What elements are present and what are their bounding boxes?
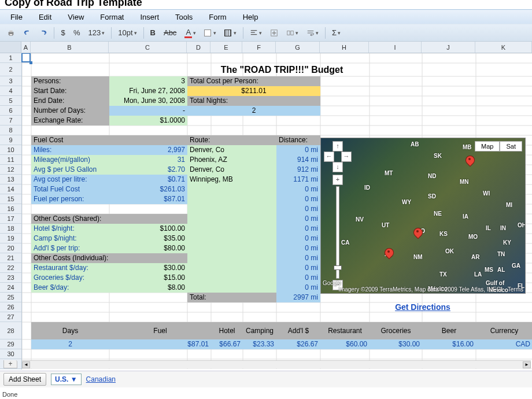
route-dist-15[interactable]: 0 mi	[276, 204, 320, 214]
map-pin[interactable]	[385, 248, 393, 261]
sum-v-1[interactable]: $87.01	[109, 339, 211, 349]
sum-h-7[interactable]: Beer	[422, 322, 476, 339]
map-type-btn_map[interactable]: Map	[475, 141, 500, 152]
lbl-nights[interactable]: Total Nights:	[187, 96, 320, 106]
map-ctrl[interactable]: ←	[324, 152, 334, 162]
col-header-e[interactable]: E	[210, 42, 242, 53]
val-end[interactable]: Mon, June 30, 2008	[109, 96, 187, 106]
route-dist-10[interactable]: 914 mi	[276, 155, 320, 165]
route-city-13[interactable]	[187, 184, 276, 194]
row-header-12[interactable]: 12	[0, 165, 21, 175]
route-city-12[interactable]: Winnipeg, MB	[187, 175, 276, 184]
val-camp[interactable]: $35.00	[109, 234, 187, 243]
lbl-end[interactable]: End Date:	[31, 96, 109, 106]
row-header-15[interactable]: 15	[0, 194, 21, 204]
lbl-othershared[interactable]: Other Costs (Shared):	[31, 214, 187, 224]
borders[interactable]	[221, 27, 240, 39]
title-cell[interactable]: The "ROAD TRIP!!!" Budget	[31, 63, 532, 76]
fill-color[interactable]	[201, 27, 220, 39]
lbl-fuelpp[interactable]: Fuel per person:	[31, 194, 109, 204]
route-dist-9[interactable]: 0 mi	[276, 145, 320, 155]
sum-h-4[interactable]: Add'l $	[276, 322, 320, 339]
lbl-distance[interactable]: Distance:	[276, 135, 320, 145]
sum-h-5[interactable]: Restaurant	[320, 322, 370, 339]
lbl-avglitre[interactable]: Avg cost per litre:	[31, 175, 109, 184]
val-beer[interactable]: $8.00	[109, 283, 187, 293]
val-nights[interactable]: 2	[187, 106, 320, 116]
sum-v-2[interactable]: $66.67	[211, 339, 243, 349]
lbl-exch[interactable]: Exchange Rate:	[31, 116, 109, 125]
lbl-days[interactable]: Number of Days:	[31, 106, 109, 116]
val-hotel[interactable]: $100.00	[109, 224, 187, 234]
route-dist-12[interactable]: 1171 mi	[276, 175, 320, 184]
row-header-9[interactable]: 9	[0, 135, 21, 145]
col-header-k[interactable]: K	[475, 42, 532, 53]
route-dist-14[interactable]: 0 mi	[276, 194, 320, 204]
row-header-11[interactable]: 11	[0, 155, 21, 165]
val-totalfuel[interactable]: $261.03	[109, 184, 187, 194]
val-groc[interactable]: $15.00	[109, 273, 187, 283]
row-header-25[interactable]: 25	[0, 293, 21, 302]
map-ctrl[interactable]: →	[341, 152, 352, 162]
row-header-1[interactable]: 1	[0, 53, 21, 63]
redo-icon[interactable]	[36, 27, 51, 39]
sum-v-8[interactable]: CAD	[476, 339, 532, 349]
row-header-17[interactable]: 17	[0, 214, 21, 224]
sum-v-0[interactable]: 2	[31, 339, 109, 349]
horizontal-scrollbar[interactable]: ◄ ►	[22, 360, 531, 368]
row-header-7[interactable]: 7	[0, 116, 21, 125]
lbl-routetotal[interactable]: Total:	[187, 293, 276, 302]
route-city-11[interactable]: Denver, Co	[187, 165, 276, 175]
lbl-addl[interactable]: Add'l $ per trip:	[31, 243, 109, 253]
zoom-thumb[interactable]	[334, 265, 342, 270]
route-city-16[interactable]	[187, 214, 276, 224]
sum-h-3[interactable]: Camping	[243, 322, 276, 339]
val-rest[interactable]: $30.00	[109, 263, 187, 273]
route-dist-16[interactable]: 0 mi	[276, 214, 320, 224]
menu-file[interactable]: File	[2, 10, 31, 24]
menu-edit[interactable]: Edit	[31, 10, 60, 24]
route-dist-23[interactable]: 0 mi	[276, 283, 320, 293]
format-percent[interactable]: %	[70, 27, 84, 39]
val-start[interactable]: Fri, June 27, 2008	[109, 86, 187, 96]
row-header-27[interactable]: 27	[0, 312, 21, 322]
menu-format[interactable]: Format	[92, 10, 132, 24]
add-row-tab[interactable]: +	[3, 360, 17, 368]
lbl-route[interactable]: Route:	[187, 135, 276, 145]
val-addl[interactable]: $80.00	[109, 243, 187, 253]
col-header-b[interactable]: B	[31, 42, 109, 53]
val-miles[interactable]: 2,997	[109, 145, 187, 155]
sum-v-3[interactable]: $23.33	[243, 339, 276, 349]
col-header-h[interactable]: H	[320, 42, 369, 53]
format-number[interactable]: 123	[85, 27, 109, 39]
map-type-btn_sat[interactable]: Sat	[500, 141, 522, 152]
add-sheet-button[interactable]: Add Sheet	[3, 373, 46, 386]
sum-h-0[interactable]: Days	[31, 322, 109, 339]
route-dist-19[interactable]: 0 mi	[276, 243, 320, 253]
lbl-persons[interactable]: Persons:	[31, 76, 109, 86]
strike-button[interactable]: Abc	[160, 27, 180, 39]
lbl-start[interactable]: Start Date:	[31, 86, 109, 96]
row-header-29[interactable]: 29	[0, 339, 21, 349]
val-fuelpp[interactable]: $87.01	[109, 194, 187, 204]
sheet-tab-us[interactable]: U.S. ▼	[51, 374, 82, 385]
menu-form[interactable]: Form	[201, 10, 234, 24]
row-header-28[interactable]: 28	[0, 322, 21, 339]
row-header-3[interactable]: 3	[0, 76, 21, 86]
row-header-19[interactable]: 19	[0, 234, 21, 243]
route-city-17[interactable]	[187, 224, 276, 234]
format-currency[interactable]: $	[57, 27, 69, 39]
col-header-g[interactable]: G	[276, 42, 320, 53]
lbl-fuelcost[interactable]: Fuel Cost	[31, 135, 187, 145]
get-directions-link[interactable]: Get Directions	[370, 302, 476, 312]
row-header-4[interactable]: 4	[0, 86, 21, 96]
route-city-15[interactable]	[187, 204, 276, 214]
lbl-hotel[interactable]: Hotel $/night:	[31, 224, 109, 234]
route-dist-17[interactable]: 0 mi	[276, 224, 320, 234]
val-mpg[interactable]: 31	[109, 155, 187, 165]
menu-tools[interactable]: Tools	[167, 10, 201, 24]
row-header-5[interactable]: 5	[0, 96, 21, 106]
route-city-10[interactable]: Phoenix, AZ	[187, 155, 276, 165]
row-header-16[interactable]: 16	[0, 204, 21, 214]
sum-v-4[interactable]: $26.67	[276, 339, 320, 349]
